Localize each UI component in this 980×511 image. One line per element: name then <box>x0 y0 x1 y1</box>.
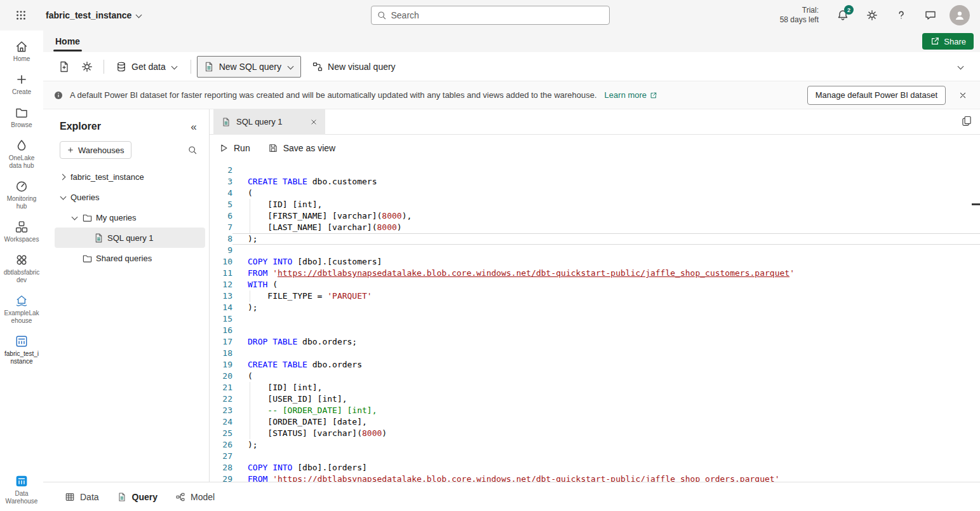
new-sql-query-button[interactable]: New SQL query <box>197 56 301 78</box>
tree-item-queries[interactable]: Queries <box>55 187 205 207</box>
code-line-20[interactable]: 20( <box>210 371 980 382</box>
code-token: ) <box>397 222 402 232</box>
code-token: dbo.customers <box>307 177 377 186</box>
code-line-28[interactable]: 28COPY INTO [dbo].[orders] <box>210 462 980 474</box>
tree-item-fabric-test-instance[interactable]: fabric_test_instance <box>55 167 205 187</box>
code-line-23[interactable]: 23 -- [ORDER_DATE] [int], <box>210 405 980 416</box>
rail-item-create[interactable]: Create <box>0 69 43 100</box>
run-button[interactable]: Run <box>218 143 250 153</box>
bottom-tab-model[interactable]: Model <box>166 482 224 511</box>
new-item-button[interactable] <box>53 56 75 78</box>
code-line-10[interactable]: 10COPY INTO [dbo].[customers] <box>210 256 980 268</box>
rail-item-home[interactable]: Home <box>0 36 43 67</box>
code-line-4[interactable]: 4( <box>210 187 980 199</box>
trial-label: Trial: <box>780 6 819 15</box>
code-line-17[interactable]: 17DROP TABLE dbo.orders; <box>210 336 980 348</box>
global-search[interactable] <box>371 6 610 25</box>
warehouses-button[interactable]: Warehouses <box>60 141 131 159</box>
code-line-16[interactable]: 16 <box>210 325 980 336</box>
code-token: COPY INTO <box>248 463 292 472</box>
tree-item-my-queries[interactable]: My queries <box>55 207 205 228</box>
rail-item-examplelakehouse[interactable]: ExampleLakehouse <box>0 290 43 329</box>
line-number: 11 <box>210 268 232 279</box>
line-number: 19 <box>210 359 232 371</box>
new-visual-query-button[interactable]: New visual query <box>306 56 401 78</box>
code-line-21[interactable]: 21 [ID] [int], <box>210 382 980 393</box>
code-line-5[interactable]: 5 [ID] [int], <box>210 199 980 210</box>
feedback-button[interactable] <box>920 5 941 25</box>
code-line-8[interactable]: 8); <box>210 233 980 245</box>
tab-home[interactable]: Home <box>53 31 82 52</box>
workspace-switcher[interactable]: fabric_test_instance <box>46 10 143 20</box>
bottom-tab-data[interactable]: Data <box>56 482 108 511</box>
rail-item-browse[interactable]: Browse <box>0 102 43 133</box>
toolbar-divider <box>191 60 191 74</box>
search-input[interactable] <box>391 10 604 20</box>
home-icon <box>15 39 29 53</box>
copy-icon[interactable] <box>961 115 972 126</box>
rail-item-monitoring-hub[interactable]: Monitoring hub <box>0 175 43 214</box>
code-line-15[interactable]: 15 <box>210 313 980 325</box>
waffle-menu-button[interactable] <box>10 4 32 26</box>
share-button[interactable]: Share <box>922 33 974 50</box>
code-line-3[interactable]: 3CREATE TABLE dbo.customers <box>210 176 980 187</box>
sql-file-icon <box>221 117 231 127</box>
sql-file-icon <box>93 233 104 243</box>
line-number: 16 <box>210 325 232 336</box>
collapse-ribbon-button[interactable] <box>950 56 971 78</box>
code-line-22[interactable]: 22 [USER_ID] [int], <box>210 393 980 405</box>
account-avatar[interactable] <box>950 5 970 25</box>
line-number: 10 <box>210 256 232 268</box>
close-tab-icon[interactable] <box>307 116 320 128</box>
workspaces-icon <box>15 220 29 234</box>
code-line-29[interactable]: 29FROM 'https://dbtlabsynapsedatalake.bl… <box>210 474 980 482</box>
collapse-panel-icon[interactable]: « <box>187 120 200 133</box>
tab-sql-query-1[interactable]: SQL query 1 <box>213 109 325 135</box>
banner-close-button[interactable] <box>953 86 972 105</box>
settings-button[interactable] <box>862 5 882 25</box>
left-rail: HomeCreateBrowseOneLake data hubMonitori… <box>0 31 43 511</box>
warehouse-settings-button[interactable] <box>76 56 98 78</box>
manage-dataset-button[interactable]: Manage default Power BI dataset <box>807 86 946 105</box>
help-button[interactable] <box>891 5 911 25</box>
model-icon <box>175 492 185 502</box>
close-icon <box>958 90 968 100</box>
code-line-7[interactable]: 7 [LAST_NAME] [varchar](8000) <box>210 222 980 233</box>
code-editor[interactable]: 23CREATE TABLE dbo.customers4(5 [ID] [in… <box>210 161 980 482</box>
code-line-11[interactable]: 11FROM 'https://dbtlabsynapsedatalake.bl… <box>210 268 980 279</box>
code-line-2[interactable]: 2 <box>210 165 980 176</box>
code-token: [ORDER_DATE] [date], <box>248 417 367 426</box>
rail-item-dbtlabsfabricdev[interactable]: dbtlabsfabricdev <box>0 249 43 288</box>
code-line-18[interactable]: 18 <box>210 348 980 359</box>
save-as-view-button[interactable]: Save as view <box>268 143 335 153</box>
code-line-9[interactable]: 9 <box>210 245 980 256</box>
tree-item-shared-queries[interactable]: Shared queries <box>55 248 205 268</box>
trial-status: Trial: 58 days left <box>780 6 819 25</box>
external-link-icon <box>649 91 658 100</box>
line-number: 29 <box>210 474 232 482</box>
code-line-12[interactable]: 12WITH ( <box>210 279 980 290</box>
code-line-25[interactable]: 25 [STATUS] [varchar](8000) <box>210 428 980 439</box>
notifications-button[interactable]: 2 <box>833 5 853 25</box>
code-line-13[interactable]: 13 FILE_TYPE = 'PARQUET' <box>210 290 980 302</box>
rail-item-workspaces[interactable]: Workspaces <box>0 216 43 247</box>
code-token <box>267 268 272 278</box>
get-data-button[interactable]: Get data <box>110 56 185 78</box>
line-number: 2 <box>210 165 232 176</box>
save-as-view-icon <box>268 143 278 153</box>
code-line-14[interactable]: 14); <box>210 302 980 313</box>
rail-item-data-warehouse[interactable]: Data Warehouse <box>0 470 43 509</box>
code-line-27[interactable]: 27 <box>210 451 980 462</box>
run-icon <box>218 143 229 153</box>
code-token: https://dbtlabsynapsedatalake.blob.core.… <box>278 268 789 278</box>
rail-item-onelake-data-hub[interactable]: OneLake data hub <box>0 135 43 174</box>
bottom-tab-query[interactable]: Query <box>108 482 166 511</box>
code-line-26[interactable]: 26); <box>210 439 980 451</box>
learn-more-link[interactable]: Learn more <box>605 90 658 100</box>
code-line-24[interactable]: 24 [ORDER_DATE] [date], <box>210 416 980 428</box>
code-line-19[interactable]: 19CREATE TABLE dbo.orders <box>210 359 980 371</box>
rail-item-fabric-test-instance[interactable]: fabric_test_instance <box>0 330 43 369</box>
code-line-6[interactable]: 6 [FIRST_NAME] [varchar](8000), <box>210 210 980 222</box>
tree-item-sql-query-1[interactable]: SQL query 1 <box>55 228 205 248</box>
explorer-search-icon[interactable] <box>184 141 201 159</box>
